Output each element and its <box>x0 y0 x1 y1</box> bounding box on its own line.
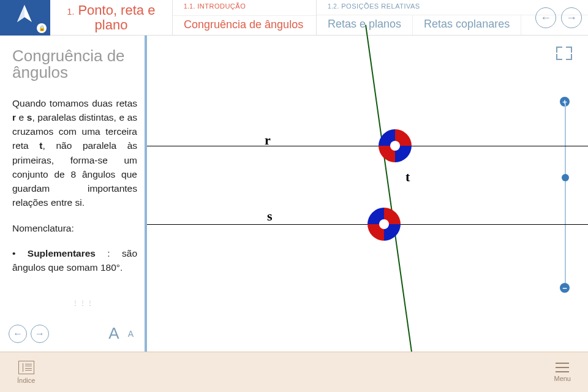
menu-label: Menu <box>554 375 571 382</box>
bottom-bar: Índice Menu <box>0 352 588 392</box>
section-1-header[interactable]: 1.1. INTRODUÇÃO <box>173 0 316 16</box>
angle-disc-s <box>368 208 401 241</box>
index-icon <box>18 361 34 374</box>
panel-prev-button[interactable]: ← <box>9 325 27 343</box>
nav-prev-button[interactable]: ← <box>535 7 556 28</box>
chapter-breadcrumb[interactable]: 1. Ponto, reta e plano <box>50 0 173 35</box>
label-s: s <box>267 208 273 224</box>
section-1-col: 1.1. INTRODUÇÃO Congruência de ângulos <box>173 0 317 35</box>
font-increase-button[interactable]: A <box>108 324 119 343</box>
label-r: r <box>265 132 271 148</box>
index-label: Índice <box>17 377 35 384</box>
nav-next-button[interactable]: → <box>561 7 582 28</box>
font-decrease-button[interactable]: A <box>128 329 134 339</box>
label-t: t <box>405 169 410 185</box>
subsection-retas-coplanares[interactable]: Retas coplanares <box>413 15 521 35</box>
index-button[interactable]: Índice <box>17 361 35 384</box>
drag-handle-icon[interactable]: ⋮⋮⋮ <box>72 300 94 306</box>
app-logo[interactable]: 🔒 <box>0 0 50 36</box>
line-t <box>365 25 414 365</box>
panel-next-button[interactable]: → <box>31 325 49 343</box>
text-panel: Congruência de ângulos Quando tomamos du… <box>0 36 147 352</box>
article-body: Quando tomamos duas retas r e s, paralel… <box>12 96 137 275</box>
subsection-active[interactable]: Congruência de ângulos <box>173 16 316 35</box>
angle-disc-r <box>379 129 412 162</box>
diagram-canvas[interactable]: + − r s t <box>147 36 588 352</box>
chapter-number: 1. <box>67 7 75 17</box>
article-title: Congruência de ângulos <box>12 48 137 81</box>
chapter-title: Ponto, reta e plano <box>78 2 155 32</box>
menu-button[interactable]: Menu <box>554 363 571 382</box>
line-r <box>147 146 588 146</box>
lock-icon: 🔒 <box>37 23 47 33</box>
hamburger-icon <box>556 363 569 372</box>
